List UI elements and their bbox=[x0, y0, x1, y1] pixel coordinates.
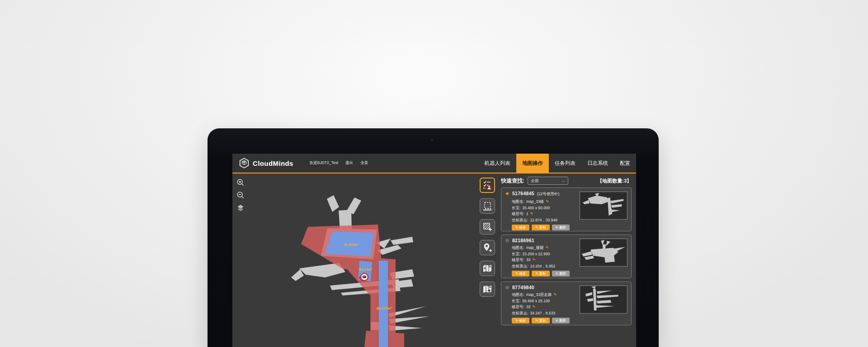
folded-map-marker-icon bbox=[482, 263, 493, 274]
pencil-icon: ✎ bbox=[535, 319, 538, 323]
edit-pencil-icon[interactable]: ✎ bbox=[532, 305, 536, 309]
map-pin-add-icon bbox=[482, 242, 493, 253]
zoom-out-icon bbox=[236, 191, 245, 200]
map-id: 51764845 bbox=[512, 191, 534, 196]
field-label: 楼层号: bbox=[512, 258, 524, 262]
map-size-value: 23.200 x 22.900 bbox=[522, 252, 550, 256]
site-link[interactable]: 全景 bbox=[360, 160, 368, 166]
filter-selected-value: 全部 bbox=[531, 178, 539, 184]
logout-link[interactable]: 退出 bbox=[345, 160, 353, 166]
map-thumbnail-image bbox=[580, 239, 627, 266]
nav-tab-robot-list[interactable]: 机器人列表 bbox=[479, 154, 517, 173]
favorite-star-icon[interactable]: ☆ bbox=[505, 285, 509, 290]
webcam-dot bbox=[431, 139, 433, 141]
edit-map-button[interactable]: ✎修改 bbox=[512, 225, 529, 231]
field-label: 长宽: bbox=[512, 252, 520, 256]
favorite-star-icon[interactable]: ★ bbox=[505, 191, 509, 196]
delete-x-icon: ✕ bbox=[556, 226, 558, 230]
map-name-value: map_33楼 bbox=[526, 199, 544, 204]
field-label: 地图名: bbox=[512, 292, 524, 297]
map-thumbnail[interactable] bbox=[580, 286, 627, 314]
copy-map-button[interactable]: ✎复制 bbox=[532, 225, 549, 231]
zoom-out-button[interactable] bbox=[236, 190, 245, 200]
nav-tab-map-operation[interactable]: 地图操作 bbox=[516, 154, 549, 173]
delete-map-button[interactable]: ✕删除 bbox=[552, 271, 570, 277]
map-card: ★ 51764845 (12号使用中) 地图名:map_33楼✎ 长宽:25.4… bbox=[501, 188, 632, 231]
pencil-icon: ✎ bbox=[515, 272, 518, 276]
delete-x-icon: ✕ bbox=[556, 319, 558, 323]
brand: CloudMinds bbox=[239, 158, 293, 169]
field-label: 地图名: bbox=[512, 199, 524, 204]
map-zoom-controls bbox=[236, 178, 245, 213]
map-thumbnail[interactable] bbox=[580, 192, 627, 220]
map-filter-select[interactable]: 全部 ⌄ bbox=[528, 177, 568, 185]
floor-value: 33 bbox=[526, 258, 530, 262]
tool-measure-button[interactable] bbox=[480, 198, 495, 214]
nav-tab-log-system[interactable]: 日志系统 bbox=[581, 154, 614, 173]
zoom-in-icon bbox=[236, 178, 245, 187]
field-label: 长宽: bbox=[512, 206, 520, 210]
floor-value: 33 bbox=[526, 305, 530, 309]
field-label: 坐标原点: bbox=[512, 218, 528, 222]
delete-x-icon: ✕ bbox=[556, 272, 558, 276]
map-viewport[interactable]: 40.519m² 8.614m² 80.215m² bbox=[232, 174, 476, 347]
card-actions: ✎修改 ✎复制 ✕删除 bbox=[512, 271, 627, 277]
nav-tab-task-list[interactable]: 任务列表 bbox=[549, 154, 581, 173]
field-label: 坐标原点: bbox=[512, 311, 528, 315]
pencil-icon: ✎ bbox=[515, 226, 518, 230]
map-id: 82186961 bbox=[512, 238, 534, 243]
map-name-value: map_33层走廊 bbox=[526, 292, 552, 297]
content-area: 40.519m² 8.614m² 80.215m² bbox=[232, 174, 636, 347]
tool-task-points-button[interactable] bbox=[480, 178, 495, 193]
edit-pencil-icon[interactable]: ✎ bbox=[546, 199, 549, 204]
edit-pencil-icon[interactable]: ✎ bbox=[530, 211, 534, 216]
edit-map-button[interactable]: ✎修改 bbox=[512, 271, 529, 277]
desktop-background: { "header": { "brand": "CloudMinds", "we… bbox=[0, 0, 868, 347]
map-thumbnail-image bbox=[580, 192, 627, 219]
favorite-star-icon[interactable]: ☆ bbox=[505, 238, 509, 243]
map-card: ☆ 82186961 地图名:map_腿腿✎ 长宽:23.200 x 22.90… bbox=[501, 234, 632, 278]
field-label: 长宽: bbox=[512, 299, 520, 303]
edit-pencil-icon[interactable]: ✎ bbox=[553, 292, 557, 297]
map-size-value: 25.400 x 50.000 bbox=[522, 206, 550, 210]
app-screen: CloudMinds 欢迎BJDT2_Test 退出 全景 机器人列表 地图操作… bbox=[232, 154, 636, 347]
delete-map-button[interactable]: ✕删除 bbox=[552, 318, 570, 324]
tool-add-point-button[interactable] bbox=[480, 240, 495, 255]
edit-map-button[interactable]: ✎修改 bbox=[512, 318, 529, 324]
map-canvas[interactable]: 40.519m² 8.614m² 80.215m² bbox=[232, 174, 476, 347]
map-size-value: 56.600 x 25.100 bbox=[522, 299, 550, 303]
pencil-icon: ✎ bbox=[515, 319, 518, 323]
area-label-1: 40.519m² bbox=[344, 243, 359, 247]
edit-pencil-icon[interactable]: ✎ bbox=[532, 258, 536, 262]
task-checklist-pin-icon bbox=[482, 180, 493, 191]
nav-tab-config[interactable]: 配置 bbox=[614, 154, 636, 173]
map-card: ☆ 87749840 地图名:map_33层走廊✎ 长宽:56.600 x 25… bbox=[501, 281, 632, 325]
zoom-in-button[interactable] bbox=[236, 178, 245, 188]
field-label: 楼层号: bbox=[512, 211, 524, 216]
origin-value: 14.204，5.952 bbox=[530, 264, 555, 268]
area-label-2: 8.614m² bbox=[359, 267, 373, 272]
main-nav: 机器人列表 地图操作 任务列表 日志系统 配置 bbox=[479, 154, 637, 173]
layers-icon bbox=[236, 203, 245, 212]
laptop-mockup: CloudMinds 欢迎BJDT2_Test 退出 全景 机器人列表 地图操作… bbox=[208, 128, 659, 347]
copy-map-button[interactable]: ✎复制 bbox=[532, 318, 549, 324]
chevron-down-icon: ⌄ bbox=[561, 178, 565, 183]
tool-add-virtual-wall-button[interactable] bbox=[480, 219, 495, 234]
layers-button[interactable] bbox=[236, 203, 245, 213]
card-actions: ✎修改 ✎复制 ✕删除 bbox=[512, 318, 627, 324]
field-label: 坐标原点: bbox=[512, 264, 528, 268]
delete-map-button[interactable]: ✕删除 bbox=[552, 225, 570, 231]
tool-map-marker-button[interactable] bbox=[480, 261, 495, 276]
brand-name: CloudMinds bbox=[253, 159, 293, 167]
area-label-3: 80.215m² bbox=[377, 306, 392, 310]
copy-map-button[interactable]: ✎复制 bbox=[532, 271, 549, 277]
map-count-text: 【地图数量:3】 bbox=[597, 178, 632, 184]
map-thumbnail[interactable] bbox=[580, 239, 627, 267]
pencil-icon: ✎ bbox=[535, 272, 538, 276]
card-actions: ✎修改 ✎复制 ✕删除 bbox=[512, 225, 627, 231]
pencil-icon: ✎ bbox=[535, 226, 538, 230]
welcome-text: 欢迎BJDT2_Test bbox=[310, 160, 338, 166]
origin-value: 34.247，8.533 bbox=[530, 311, 555, 315]
edit-pencil-icon[interactable]: ✎ bbox=[545, 245, 549, 250]
tool-upload-map-button[interactable] bbox=[480, 281, 495, 297]
